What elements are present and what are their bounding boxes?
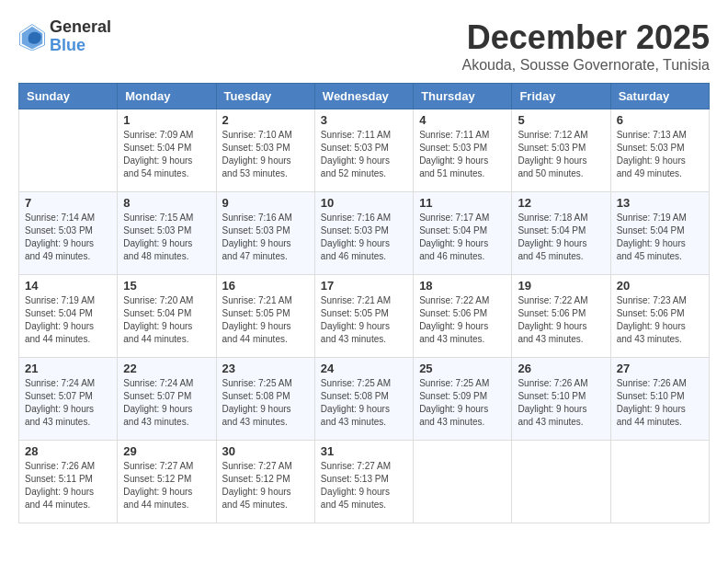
calendar-cell: 2 Sunrise: 7:10 AMSunset: 5:03 PMDayligh… [216, 109, 314, 192]
day-info: Sunrise: 7:20 AMSunset: 5:04 PMDaylight:… [123, 295, 193, 344]
day-number: 27 [617, 362, 703, 375]
calendar-cell: 9 Sunrise: 7:16 AMSunset: 5:03 PMDayligh… [216, 192, 314, 275]
col-tuesday: Tuesday [216, 84, 314, 109]
day-info: Sunrise: 7:16 AMSunset: 5:03 PMDaylight:… [321, 213, 391, 261]
day-number: 22 [123, 362, 210, 375]
day-info: Sunrise: 7:14 AMSunset: 5:03 PMDaylight:… [25, 213, 95, 261]
day-number: 14 [25, 279, 111, 293]
day-number: 4 [419, 113, 506, 127]
day-number: 29 [123, 444, 210, 458]
calendar-cell [512, 441, 610, 523]
day-info: Sunrise: 7:15 AMSunset: 5:03 PMDaylight:… [123, 213, 193, 261]
day-info: Sunrise: 7:25 AMSunset: 5:08 PMDaylight:… [321, 378, 391, 427]
day-info: Sunrise: 7:13 AMSunset: 5:03 PMDaylight:… [617, 130, 687, 178]
day-info: Sunrise: 7:27 AMSunset: 5:13 PMDaylight:… [321, 461, 391, 510]
day-info: Sunrise: 7:24 AMSunset: 5:07 PMDaylight:… [25, 378, 95, 427]
day-info: Sunrise: 7:11 AMSunset: 5:03 PMDaylight:… [321, 130, 391, 178]
week-row-5: 28 Sunrise: 7:26 AMSunset: 5:11 PMDaylig… [19, 441, 710, 523]
calendar-body: 1 Sunrise: 7:09 AMSunset: 5:04 PMDayligh… [19, 109, 710, 523]
col-friday: Friday [512, 84, 610, 109]
day-info: Sunrise: 7:18 AMSunset: 5:04 PMDaylight:… [518, 213, 587, 261]
calendar-cell: 15 Sunrise: 7:20 AMSunset: 5:04 PMDaylig… [118, 275, 216, 358]
week-row-4: 21 Sunrise: 7:24 AMSunset: 5:07 PMDaylig… [19, 358, 710, 441]
col-saturday: Saturday [610, 84, 709, 109]
day-number: 11 [419, 196, 506, 210]
day-info: Sunrise: 7:21 AMSunset: 5:05 PMDaylight:… [222, 295, 292, 344]
day-info: Sunrise: 7:16 AMSunset: 5:03 PMDaylight:… [222, 213, 292, 261]
day-info: Sunrise: 7:26 AMSunset: 5:10 PMDaylight:… [617, 378, 687, 427]
calendar-cell: 17 Sunrise: 7:21 AMSunset: 5:05 PMDaylig… [314, 275, 413, 358]
calendar-cell: 18 Sunrise: 7:22 AMSunset: 5:06 PMDaylig… [414, 275, 512, 358]
calendar-cell: 20 Sunrise: 7:23 AMSunset: 5:06 PMDaylig… [610, 275, 709, 358]
calendar-cell [19, 109, 118, 192]
title-section: December 2025 Akouda, Sousse Governorate… [462, 18, 711, 74]
day-info: Sunrise: 7:26 AMSunset: 5:11 PMDaylight:… [25, 461, 95, 510]
calendar-cell: 1 Sunrise: 7:09 AMSunset: 5:04 PMDayligh… [118, 109, 216, 192]
day-number: 21 [25, 362, 111, 375]
calendar-cell [414, 441, 512, 523]
calendar-cell: 6 Sunrise: 7:13 AMSunset: 5:03 PMDayligh… [610, 109, 709, 192]
day-info: Sunrise: 7:19 AMSunset: 5:04 PMDaylight:… [617, 213, 687, 261]
col-sunday: Sunday [19, 84, 118, 109]
calendar-cell: 5 Sunrise: 7:12 AMSunset: 5:03 PMDayligh… [512, 109, 610, 192]
day-info: Sunrise: 7:23 AMSunset: 5:06 PMDaylight:… [617, 295, 687, 344]
week-row-2: 7 Sunrise: 7:14 AMSunset: 5:03 PMDayligh… [19, 192, 710, 275]
calendar-cell: 27 Sunrise: 7:26 AMSunset: 5:10 PMDaylig… [610, 358, 709, 441]
calendar-cell: 30 Sunrise: 7:27 AMSunset: 5:12 PMDaylig… [216, 441, 314, 523]
day-number: 15 [123, 279, 210, 293]
day-info: Sunrise: 7:22 AMSunset: 5:06 PMDaylight:… [518, 295, 587, 344]
day-number: 3 [321, 113, 407, 127]
day-number: 2 [222, 113, 309, 127]
calendar-cell: 12 Sunrise: 7:18 AMSunset: 5:04 PMDaylig… [512, 192, 610, 275]
col-wednesday: Wednesday [314, 84, 413, 109]
calendar-cell: 8 Sunrise: 7:15 AMSunset: 5:03 PMDayligh… [118, 192, 216, 275]
calendar-cell: 31 Sunrise: 7:27 AMSunset: 5:13 PMDaylig… [314, 441, 413, 523]
day-info: Sunrise: 7:25 AMSunset: 5:09 PMDaylight:… [419, 378, 489, 427]
day-number: 10 [321, 196, 407, 210]
day-number: 17 [321, 279, 407, 293]
calendar-cell: 16 Sunrise: 7:21 AMSunset: 5:05 PMDaylig… [216, 275, 314, 358]
calendar-table: Sunday Monday Tuesday Wednesday Thursday… [18, 83, 710, 523]
logo-blue-text: Blue [50, 37, 111, 55]
calendar-cell [610, 441, 709, 523]
calendar-cell: 7 Sunrise: 7:14 AMSunset: 5:03 PMDayligh… [19, 192, 118, 275]
calendar-cell: 21 Sunrise: 7:24 AMSunset: 5:07 PMDaylig… [19, 358, 118, 441]
logo-text: General Blue [50, 18, 111, 55]
location-title: Akouda, Sousse Governorate, Tunisia [462, 57, 711, 74]
month-title: December 2025 [462, 18, 711, 57]
logo-icon [18, 23, 46, 51]
day-number: 24 [321, 362, 407, 375]
day-number: 7 [25, 196, 111, 210]
day-info: Sunrise: 7:09 AMSunset: 5:04 PMDaylight:… [123, 130, 193, 178]
day-info: Sunrise: 7:12 AMSunset: 5:03 PMDaylight:… [518, 130, 587, 178]
day-number: 31 [321, 444, 407, 458]
calendar-cell: 4 Sunrise: 7:11 AMSunset: 5:03 PMDayligh… [414, 109, 512, 192]
calendar-cell: 25 Sunrise: 7:25 AMSunset: 5:09 PMDaylig… [414, 358, 512, 441]
calendar-cell: 14 Sunrise: 7:19 AMSunset: 5:04 PMDaylig… [19, 275, 118, 358]
day-number: 20 [617, 279, 703, 293]
day-number: 5 [518, 113, 604, 127]
calendar-cell: 10 Sunrise: 7:16 AMSunset: 5:03 PMDaylig… [314, 192, 413, 275]
day-info: Sunrise: 7:22 AMSunset: 5:06 PMDaylight:… [419, 295, 489, 344]
day-info: Sunrise: 7:26 AMSunset: 5:10 PMDaylight:… [518, 378, 587, 427]
day-info: Sunrise: 7:25 AMSunset: 5:08 PMDaylight:… [222, 378, 292, 427]
week-row-3: 14 Sunrise: 7:19 AMSunset: 5:04 PMDaylig… [19, 275, 710, 358]
day-number: 8 [123, 196, 210, 210]
calendar-cell: 22 Sunrise: 7:24 AMSunset: 5:07 PMDaylig… [118, 358, 216, 441]
week-row-1: 1 Sunrise: 7:09 AMSunset: 5:04 PMDayligh… [19, 109, 710, 192]
day-number: 12 [518, 196, 604, 210]
calendar-cell: 19 Sunrise: 7:22 AMSunset: 5:06 PMDaylig… [512, 275, 610, 358]
day-number: 25 [419, 362, 506, 375]
day-info: Sunrise: 7:21 AMSunset: 5:05 PMDaylight:… [321, 295, 391, 344]
calendar-cell: 24 Sunrise: 7:25 AMSunset: 5:08 PMDaylig… [314, 358, 413, 441]
day-number: 23 [222, 362, 309, 375]
day-info: Sunrise: 7:24 AMSunset: 5:07 PMDaylight:… [123, 378, 193, 427]
day-info: Sunrise: 7:11 AMSunset: 5:03 PMDaylight:… [419, 130, 489, 178]
day-info: Sunrise: 7:27 AMSunset: 5:12 PMDaylight:… [123, 461, 193, 510]
day-number: 30 [222, 444, 309, 458]
day-info: Sunrise: 7:17 AMSunset: 5:04 PMDaylight:… [419, 213, 489, 261]
calendar-cell: 13 Sunrise: 7:19 AMSunset: 5:04 PMDaylig… [610, 192, 709, 275]
col-monday: Monday [118, 84, 216, 109]
day-info: Sunrise: 7:10 AMSunset: 5:03 PMDaylight:… [222, 130, 292, 178]
day-number: 13 [617, 196, 703, 210]
